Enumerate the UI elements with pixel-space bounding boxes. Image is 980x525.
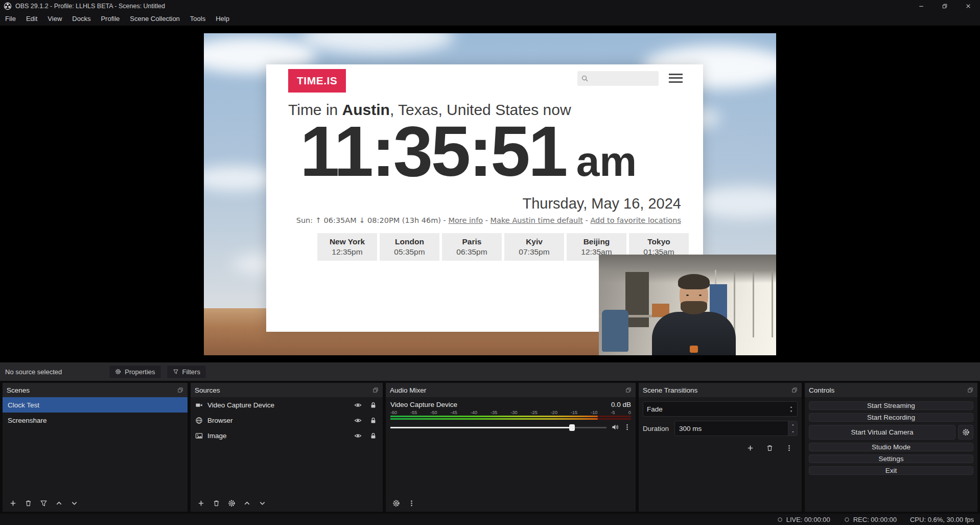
menu-tools[interactable]: Tools [185, 12, 211, 26]
move-scene-down-button[interactable] [67, 496, 81, 510]
controls-panel: Controls Start Streaming Start Recording… [805, 383, 977, 512]
popout-icon[interactable] [177, 387, 183, 393]
add-source-button[interactable] [194, 496, 207, 510]
live-time: LIVE: 00:00:00 [786, 516, 830, 523]
timeis-clock: 11:35:51 am [300, 113, 637, 189]
scenes-toolbar [3, 494, 188, 512]
source-row-video-capture[interactable]: Video Capture Device [191, 397, 383, 413]
clock-time: 11:35:51 [300, 113, 566, 189]
settings-button[interactable]: Settings [809, 454, 973, 463]
duration-input[interactable]: 300 ms [674, 421, 798, 436]
preview-canvas[interactable]: TIME.IS Time in Austin, Texas, United St… [204, 33, 776, 355]
hamburger-menu-icon [669, 74, 683, 85]
menu-scene-collection[interactable]: Scene Collection [125, 12, 185, 26]
transition-menu-button[interactable] [782, 441, 796, 454]
popout-icon[interactable] [791, 387, 798, 393]
make-default-link: Make Austin time default [491, 216, 583, 224]
sun-info: Sun: ↑ 06:35AM ↓ 08:20PM (13h 46m) [296, 216, 441, 224]
advanced-audio-button[interactable] [389, 496, 403, 510]
start-streaming-button[interactable]: Start Streaming [809, 401, 973, 410]
lock-icon[interactable] [369, 432, 377, 440]
properties-button[interactable]: Properties [109, 365, 161, 379]
start-virtual-camera-button[interactable]: Start Virtual Camera [809, 425, 955, 440]
dock-area: Scenes Clock Test Screenshare Sources [0, 381, 980, 514]
scene-filters-button[interactable] [37, 496, 50, 510]
move-source-down-button[interactable] [255, 496, 269, 510]
scene-item-clock-test[interactable]: Clock Test [3, 397, 188, 413]
lock-icon[interactable] [369, 417, 377, 424]
timeis-logo: TIME.IS [288, 69, 346, 93]
add-scene-button[interactable] [6, 496, 19, 510]
virtual-camera-config-button[interactable] [958, 425, 973, 440]
menu-help[interactable]: Help [211, 12, 235, 26]
sources-panel-header[interactable]: Sources [191, 383, 383, 397]
popout-icon[interactable] [967, 387, 973, 393]
popout-icon[interactable] [625, 387, 632, 393]
controls-panel-header[interactable]: Controls [805, 383, 977, 397]
source-context-toolbar: No source selected Properties Filters [0, 362, 980, 381]
eye-icon[interactable] [354, 417, 362, 424]
remove-scene-button[interactable] [21, 496, 35, 510]
timeis-sun-line: Sun: ↑ 06:35AM ↓ 08:20PM (13h 46m) - Mor… [296, 216, 681, 224]
eye-icon[interactable] [354, 401, 362, 409]
scene-transitions-panel: Scene Transitions Fade Duration 300 ms [639, 383, 802, 512]
duration-down-button[interactable] [788, 428, 797, 436]
duration-up-button[interactable] [788, 421, 797, 428]
move-scene-up-button[interactable] [52, 496, 65, 510]
more-info-link: More info [448, 216, 483, 224]
webcam-person-head [680, 277, 708, 313]
speaker-icon[interactable] [611, 423, 619, 431]
volume-meter [390, 416, 631, 420]
clock-ampm: am [576, 138, 637, 186]
audio-mixer-header[interactable]: Audio Mixer [386, 383, 636, 397]
close-button[interactable] [956, 0, 980, 12]
scenes-panel: Scenes Clock Test Screenshare [3, 383, 188, 512]
volume-slider[interactable] [390, 424, 606, 431]
start-recording-button[interactable]: Start Recording [809, 413, 973, 422]
lock-icon[interactable] [369, 401, 377, 409]
menu-file[interactable]: File [0, 12, 21, 26]
add-favorite-link: Add to favorite locations [590, 216, 681, 224]
obs-logo-icon [4, 2, 12, 10]
combo-arrows-icon [789, 405, 794, 413]
meter-bar-right [390, 418, 631, 420]
mixer-channel-menu-icon[interactable] [623, 423, 631, 431]
world-clock: New York 12:35pm [317, 233, 377, 261]
mixer-menu-button[interactable] [405, 496, 418, 510]
menu-view[interactable]: View [42, 12, 67, 26]
camera-icon [195, 401, 203, 409]
remove-source-button[interactable] [209, 496, 223, 510]
webcam-hoodie-detail [690, 346, 698, 353]
scene-item-screenshare[interactable]: Screenshare [3, 413, 188, 428]
studio-mode-button[interactable]: Studio Mode [809, 443, 973, 451]
menu-bar: File Edit View Docks Profile Scene Colle… [0, 12, 980, 26]
add-transition-button[interactable] [743, 441, 757, 454]
source-row-image[interactable]: Image [191, 428, 383, 443]
exit-button[interactable]: Exit [809, 466, 973, 475]
minimize-button[interactable] [909, 0, 933, 12]
source-row-browser[interactable]: Browser [191, 413, 383, 428]
move-source-up-button[interactable] [240, 496, 253, 510]
webcam-person-eye [686, 294, 689, 296]
restore-button[interactable] [933, 0, 956, 12]
remove-transition-button[interactable] [763, 441, 776, 454]
volume-slider-handle[interactable] [569, 424, 575, 431]
scenes-panel-header[interactable]: Scenes [3, 383, 188, 397]
title-bar[interactable]: OBS 29.1.2 - Profile: LLHLS BETA - Scene… [0, 0, 980, 12]
world-clock: London 05:35pm [380, 233, 439, 261]
meter-bar-left [390, 416, 631, 417]
menu-docks[interactable]: Docks [67, 12, 96, 26]
audio-mixer-panel: Audio Mixer Video Capture Device 0.0 dB … [386, 383, 636, 512]
popout-icon[interactable] [372, 387, 379, 393]
menu-profile[interactable]: Profile [96, 12, 125, 26]
preview-background: TIME.IS Time in Austin, Texas, United St… [0, 26, 980, 362]
eye-icon[interactable] [354, 432, 362, 440]
transition-select[interactable]: Fade [643, 401, 798, 417]
filters-button[interactable]: Filters [167, 365, 206, 379]
duration-label: Duration [643, 425, 674, 432]
world-clock: Kyiv 07:35pm [504, 233, 564, 261]
transitions-panel-header[interactable]: Scene Transitions [639, 383, 802, 397]
image-icon [195, 432, 203, 440]
source-properties-button[interactable] [225, 496, 238, 510]
menu-edit[interactable]: Edit [21, 12, 42, 26]
